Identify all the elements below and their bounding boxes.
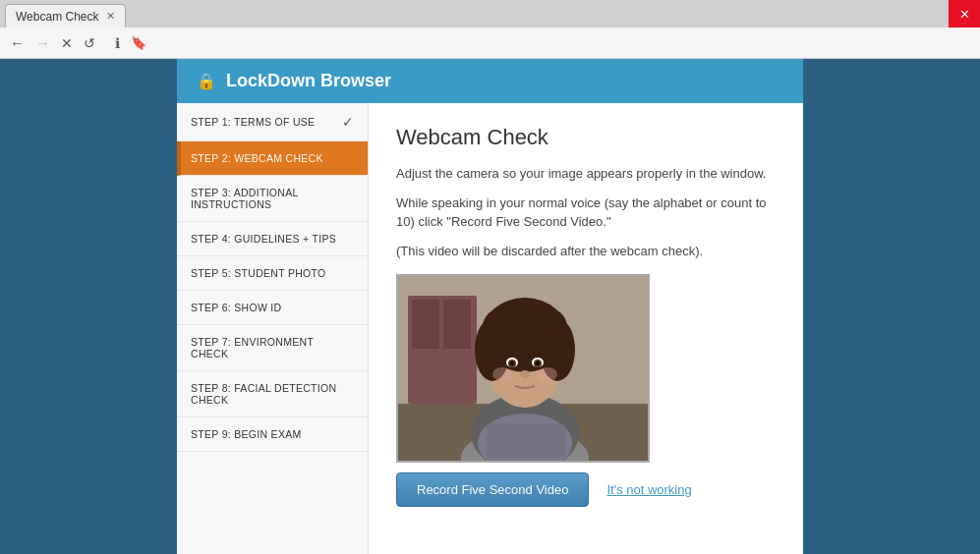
step1-check-icon: ✓ xyxy=(342,114,354,130)
svg-point-25 xyxy=(492,367,512,381)
browser-tab[interactable]: Webcam Check ✕ xyxy=(5,4,126,28)
browser-chrome: Webcam Check ✕ ✕ ← → ✕ ↺ ℹ 🔖 xyxy=(0,0,980,59)
app-header-title: LockDown Browser xyxy=(226,71,391,91)
button-row: Record Five Second Video It's not workin… xyxy=(396,472,776,507)
info-button[interactable]: ℹ xyxy=(111,34,124,52)
svg-point-22 xyxy=(510,361,514,365)
sidebar-item-step3-label: STEP 3: ADDITIONAL INSTRUCTIONS xyxy=(191,187,298,210)
sidebar-item-step3[interactable]: STEP 3: ADDITIONAL INSTRUCTIONS xyxy=(177,176,368,222)
main-content: Webcam Check Adjust the camera so your i… xyxy=(369,103,803,554)
svg-rect-3 xyxy=(412,300,439,349)
svg-point-24 xyxy=(520,370,530,378)
forward-button[interactable]: → xyxy=(31,33,54,52)
sidebar-item-step6-label: STEP 6: SHOW ID xyxy=(191,302,281,313)
page-title: Webcam Check xyxy=(396,125,776,150)
stop-button[interactable]: ✕ xyxy=(57,34,77,52)
svg-rect-9 xyxy=(487,423,565,458)
sidebar-item-step1-label: STEP 1: TERMS OF USE xyxy=(191,116,315,128)
sidebar-item-step8-label: STEP 8: FACIAL DETECTION CHECK xyxy=(191,382,336,406)
sidebar-item-step6[interactable]: STEP 6: SHOW ID xyxy=(177,291,368,325)
svg-point-26 xyxy=(538,367,557,381)
bookmark-button[interactable]: 🔖 xyxy=(127,34,150,51)
description-2: While speaking in your normal voice (say… xyxy=(396,194,776,232)
tab-bar: Webcam Check ✕ ✕ xyxy=(0,0,980,28)
sidebar: STEP 1: TERMS OF USE ✓ STEP 2: WEBCAM CH… xyxy=(177,103,369,554)
webcam-preview xyxy=(396,274,650,463)
sidebar-item-step4[interactable]: STEP 4: GUIDELINES + TIPS xyxy=(177,222,368,256)
window-close-button[interactable]: ✕ xyxy=(949,0,980,28)
record-button[interactable]: Record Five Second Video xyxy=(396,472,589,507)
lock-icon: 🔒 xyxy=(197,72,216,90)
description-1: Adjust the camera so your image appears … xyxy=(396,164,776,184)
svg-rect-4 xyxy=(443,300,471,349)
sidebar-item-step8[interactable]: STEP 8: FACIAL DETECTION CHECK xyxy=(177,371,368,417)
sidebar-item-step7[interactable]: STEP 7: ENVIRONMENT CHECK xyxy=(177,325,368,371)
sidebar-item-step2[interactable]: STEP 2: WEBCAM CHECK xyxy=(177,141,368,176)
not-working-link[interactable]: It's not working xyxy=(606,482,691,497)
description-3: (This video will be discarded after the … xyxy=(396,242,776,261)
refresh-button[interactable]: ↺ xyxy=(80,34,99,52)
back-button[interactable]: ← xyxy=(6,33,29,52)
sidebar-item-step1[interactable]: STEP 1: TERMS OF USE ✓ xyxy=(177,103,368,141)
sidebar-item-step5-label: STEP 5: STUDENT PHOTO xyxy=(191,267,326,279)
tab-title: Webcam Check xyxy=(16,10,98,24)
svg-point-23 xyxy=(536,361,540,365)
nav-bar: ← → ✕ ↺ ℹ 🔖 xyxy=(0,28,980,59)
svg-point-17 xyxy=(499,305,550,341)
sidebar-item-step2-label: STEP 2: WEBCAM CHECK xyxy=(191,152,323,164)
sidebar-item-step9[interactable]: STEP 9: BEGIN EXAM xyxy=(177,417,368,452)
sidebar-item-step9-label: STEP 9: BEGIN EXAM xyxy=(191,428,302,440)
sidebar-item-step7-label: STEP 7: ENVIRONMENT CHECK xyxy=(191,336,314,360)
app-body: STEP 1: TERMS OF USE ✓ STEP 2: WEBCAM CH… xyxy=(177,103,803,554)
sidebar-item-step4-label: STEP 4: GUIDELINES + TIPS xyxy=(191,233,336,245)
app-header: 🔒 LockDown Browser xyxy=(177,59,803,103)
sidebar-item-step5[interactable]: STEP 5: STUDENT PHOTO xyxy=(177,256,368,291)
webcam-video xyxy=(398,276,650,463)
app-window: 🔒 LockDown Browser STEP 1: TERMS OF USE … xyxy=(177,59,803,554)
tab-close-button[interactable]: ✕ xyxy=(106,10,115,23)
